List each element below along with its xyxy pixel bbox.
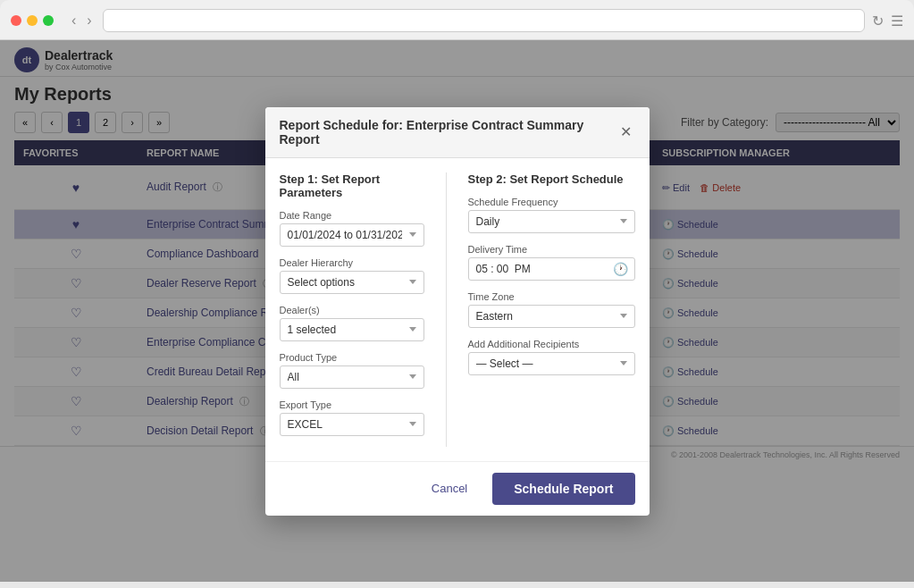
timezone-group: Time Zone Eastern	[468, 291, 635, 328]
app-content: dt Dealertrack by Cox Automotive My Repo…	[0, 40, 914, 582]
time-input-wrapper: 🕐	[468, 257, 635, 281]
date-range-label: Date Range	[280, 210, 424, 221]
export-type-group: Export Type EXCEL	[280, 399, 424, 436]
modal-body: Step 1: Set Report Parameters Date Range…	[265, 158, 650, 461]
dealers-select[interactable]: 1 selected	[280, 318, 424, 341]
modal-right-col: Step 2: Set Report Schedule Schedule Fre…	[468, 172, 635, 447]
modal-footer: Cancel Schedule Report	[265, 461, 650, 516]
timezone-label: Time Zone	[468, 291, 635, 302]
modal-title: Report Schedule for: Enterprise Contract…	[280, 118, 616, 147]
modal-columns: Step 1: Set Report Parameters Date Range…	[280, 172, 635, 447]
product-type-group: Product Type All	[280, 352, 424, 389]
dealer-hierarchy-select[interactable]: Select options	[280, 271, 424, 294]
modal-close-button[interactable]: ✕	[616, 123, 635, 140]
step1-title: Step 1: Set Report Parameters	[280, 172, 424, 199]
recipients-select[interactable]: — Select —	[468, 352, 635, 375]
back-button[interactable]: ‹	[68, 13, 80, 29]
export-type-label: Export Type	[280, 399, 424, 410]
browser-chrome: ‹ › ↻ ☰	[0, 0, 914, 40]
address-bar[interactable]	[103, 9, 865, 32]
modal-left-col: Step 1: Set Report Parameters Date Range…	[280, 172, 447, 447]
schedule-freq-select[interactable]: Daily	[468, 210, 635, 233]
dealer-hierarchy-group: Dealer Hierarchy Select options	[280, 257, 424, 294]
modal-dialog: Report Schedule for: Enterprise Contract…	[265, 107, 650, 516]
tl-yellow[interactable]	[27, 15, 38, 26]
delivery-time-label: Delivery Time	[468, 244, 635, 255]
forward-button[interactable]: ›	[83, 13, 95, 29]
modal-overlay: Report Schedule for: Enterprise Contract…	[0, 40, 914, 582]
tl-red[interactable]	[11, 15, 21, 26]
delivery-time-input[interactable]	[468, 257, 635, 281]
recipients-group: Add Additional Recipients — Select —	[468, 339, 635, 375]
dealer-hierarchy-label: Dealer Hierarchy	[280, 257, 424, 268]
date-range-group: Date Range 01/01/2024 to 01/31/2024	[280, 210, 424, 247]
schedule-freq-label: Schedule Frequency	[468, 197, 635, 207]
clock-icon: 🕐	[613, 262, 628, 276]
timezone-select[interactable]: Eastern	[468, 305, 635, 328]
cancel-button[interactable]: Cancel	[417, 475, 482, 502]
delivery-time-group: Delivery Time 🕐	[468, 244, 635, 281]
product-type-select[interactable]: All	[280, 365, 424, 389]
dealers-group: Dealer(s) 1 selected	[280, 305, 424, 341]
export-type-select[interactable]: EXCEL	[280, 413, 424, 436]
refresh-icon[interactable]: ↻	[872, 13, 884, 29]
menu-icon[interactable]: ☰	[891, 13, 903, 29]
schedule-report-button[interactable]: Schedule Report	[492, 473, 634, 505]
product-type-label: Product Type	[280, 352, 424, 363]
modal-header: Report Schedule for: Enterprise Contract…	[265, 107, 650, 158]
date-range-select[interactable]: 01/01/2024 to 01/31/2024	[280, 223, 424, 247]
step2-title: Step 2: Set Report Schedule	[468, 172, 635, 186]
dealers-label: Dealer(s)	[280, 305, 424, 315]
tl-green[interactable]	[43, 15, 54, 26]
schedule-freq-group: Schedule Frequency Daily	[468, 197, 635, 233]
recipients-label: Add Additional Recipients	[468, 339, 635, 349]
